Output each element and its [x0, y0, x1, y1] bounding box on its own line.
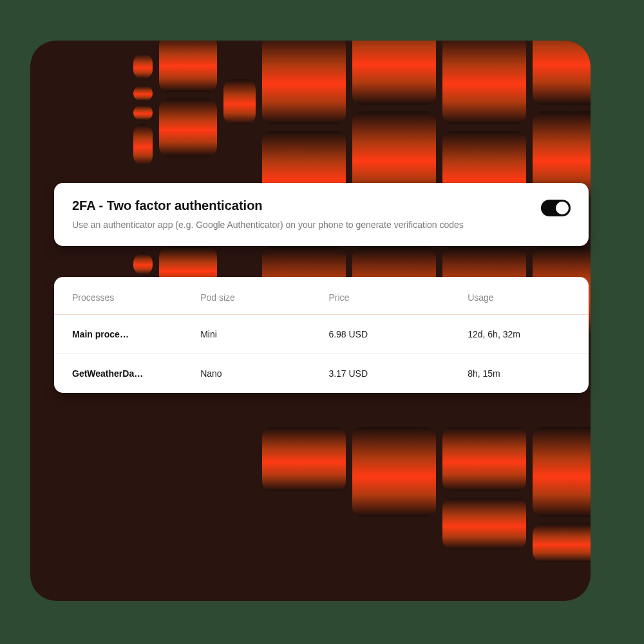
- cell-usage: 12d, 6h, 32m: [450, 315, 589, 354]
- twofa-description: Use an authenticator app (e.g. Google Au…: [72, 218, 464, 232]
- toggle-knob: [556, 202, 569, 214]
- twofa-title: 2FA - Two factor authentication: [72, 198, 464, 213]
- cell-process: Main proce…: [54, 315, 182, 354]
- table-row: GetWeatherDa… Nano 3.17 USD 8h, 15m: [54, 354, 589, 393]
- cell-usage: 8h, 15m: [450, 354, 589, 393]
- twofa-card: 2FA - Two factor authentication Use an a…: [54, 183, 589, 246]
- col-price: Price: [310, 289, 450, 315]
- cell-pod-size: Nano: [182, 354, 310, 393]
- col-processes: Processes: [54, 289, 182, 315]
- table-header-row: Processes Pod size Price Usage: [54, 289, 589, 315]
- processes-table: Processes Pod size Price Usage Main proc…: [54, 289, 589, 393]
- cell-price: 3.17 USD: [310, 354, 450, 393]
- twofa-toggle[interactable]: [541, 200, 571, 216]
- cell-pod-size: Mini: [182, 315, 310, 354]
- cell-process: GetWeatherDa…: [54, 354, 182, 393]
- processes-card: Processes Pod size Price Usage Main proc…: [54, 277, 589, 393]
- col-usage: Usage: [450, 289, 589, 315]
- table-row: Main proce… Mini 6.98 USD 12d, 6h, 32m: [54, 315, 589, 354]
- col-pod-size: Pod size: [182, 289, 310, 315]
- cell-price: 6.98 USD: [310, 315, 450, 354]
